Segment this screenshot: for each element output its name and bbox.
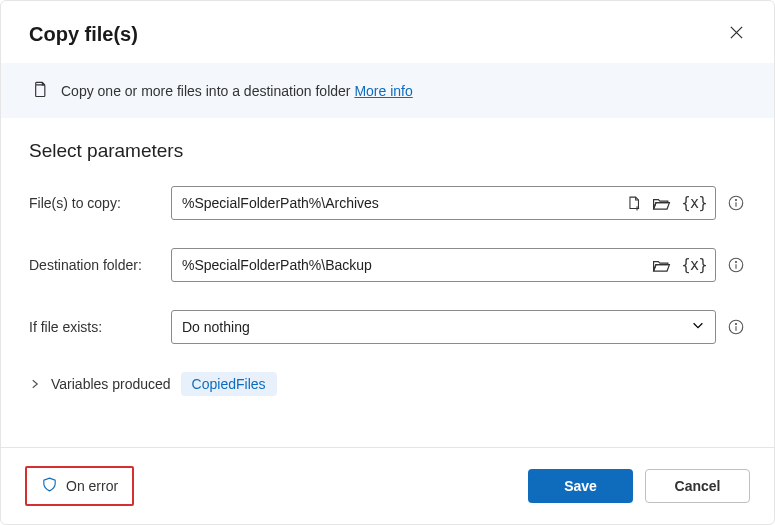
destination-folder-label: Destination folder: <box>29 257 161 273</box>
info-bar: Copy one or more files into a destinatio… <box>1 63 774 118</box>
variables-produced-toggle[interactable] <box>29 378 41 390</box>
select-file-icon[interactable] <box>625 195 642 212</box>
chevron-down-icon <box>691 318 705 336</box>
info-icon[interactable] <box>726 193 746 213</box>
svg-rect-0 <box>36 85 45 97</box>
if-file-exists-label: If file exists: <box>29 319 161 335</box>
browse-folder-icon[interactable] <box>652 195 671 212</box>
on-error-button[interactable]: On error <box>25 466 134 506</box>
svg-point-2 <box>735 199 736 200</box>
variable-picker-icon[interactable]: {x} <box>681 194 707 212</box>
if-file-exists-value: Do nothing <box>182 319 691 335</box>
dialog-title: Copy file(s) <box>29 23 138 46</box>
copy-icon <box>29 79 49 102</box>
files-to-copy-label: File(s) to copy: <box>29 195 161 211</box>
info-icon[interactable] <box>726 255 746 275</box>
shield-icon <box>41 476 58 496</box>
variables-produced-label: Variables produced <box>51 376 171 392</box>
variable-picker-icon[interactable]: {x} <box>681 256 707 274</box>
cancel-button[interactable]: Cancel <box>645 469 750 503</box>
browse-folder-icon[interactable] <box>652 257 671 274</box>
section-title: Select parameters <box>29 140 746 162</box>
if-file-exists-select[interactable]: Do nothing <box>171 310 716 344</box>
svg-point-4 <box>735 261 736 262</box>
info-icon[interactable] <box>726 317 746 337</box>
destination-folder-input[interactable] <box>182 257 652 273</box>
variable-chip-copiedfiles[interactable]: CopiedFiles <box>181 372 277 396</box>
save-button[interactable]: Save <box>528 469 633 503</box>
destination-folder-input-wrap[interactable]: {x} <box>171 248 716 282</box>
close-icon <box>729 25 744 43</box>
more-info-link[interactable]: More info <box>354 83 412 99</box>
on-error-label: On error <box>66 478 118 494</box>
files-to-copy-input[interactable] <box>182 195 625 211</box>
close-button[interactable] <box>723 19 750 49</box>
svg-point-6 <box>735 323 736 324</box>
files-to-copy-input-wrap[interactable]: {x} <box>171 186 716 220</box>
info-text: Copy one or more files into a destinatio… <box>61 83 413 99</box>
